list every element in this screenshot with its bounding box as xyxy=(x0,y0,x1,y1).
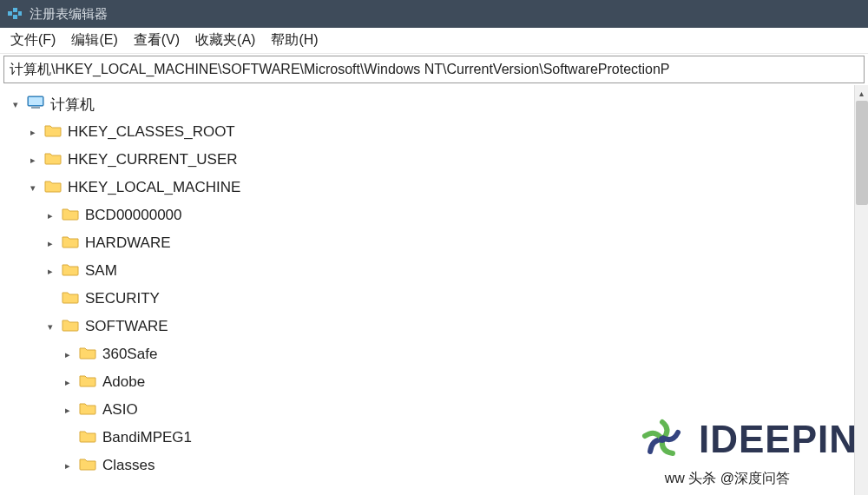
tree-label: BCD00000000 xyxy=(83,207,182,224)
address-bar[interactable]: 计算机\HKEY_LOCAL_MACHINE\SOFTWARE\Microsof… xyxy=(3,56,865,83)
folder-icon xyxy=(61,261,80,281)
folder-icon xyxy=(61,234,80,254)
chevron-right-icon[interactable]: ▸ xyxy=(43,236,57,250)
folder-icon xyxy=(43,122,62,142)
window-title: 注册表编辑器 xyxy=(30,6,108,23)
chevron-down-icon[interactable]: ▾ xyxy=(43,320,57,333)
svg-rect-1 xyxy=(13,8,17,12)
svg-rect-6 xyxy=(31,107,40,109)
tree-label: HKEY_CLASSES_ROOT xyxy=(66,123,235,141)
folder-icon xyxy=(78,373,97,393)
menu-file[interactable]: 文件(F) xyxy=(10,31,56,50)
chevron-right-icon[interactable]: ▸ xyxy=(26,125,40,139)
tree-item-bcd[interactable]: ▸ BCD00000000 xyxy=(9,201,858,229)
tree-label: HKEY_CURRENT_USER xyxy=(66,151,238,168)
tree-item-software[interactable]: ▾ SOFTWARE xyxy=(9,313,858,340)
tree-item-hklm[interactable]: ▾ HKEY_LOCAL_MACHINE xyxy=(9,174,858,201)
folder-icon xyxy=(43,178,62,198)
tree-item-sam[interactable]: ▸ SAM xyxy=(9,257,858,285)
tree-item-computer[interactable]: ▾ 计算机 xyxy=(9,90,858,118)
chevron-right-icon[interactable]: ▸ xyxy=(61,459,75,472)
folder-icon xyxy=(78,456,97,476)
chevron-right-icon[interactable]: ▸ xyxy=(61,347,75,361)
folder-icon xyxy=(78,345,97,365)
tree-item-hkcu[interactable]: ▸ HKEY_CURRENT_USER xyxy=(9,146,858,174)
folder-icon xyxy=(78,428,97,448)
tree-label: ASIO xyxy=(101,401,138,419)
scroll-thumb[interactable] xyxy=(856,101,868,205)
tree-label: HARDWARE xyxy=(83,234,171,252)
folder-icon xyxy=(61,289,80,309)
tree-item-bandimpeg1[interactable]: BandiMPEG1 xyxy=(9,424,858,452)
vertical-scrollbar[interactable]: ▴ xyxy=(854,85,868,495)
tree-label: SOFTWARE xyxy=(83,318,168,335)
tree-label: SECURITY xyxy=(83,290,160,307)
tree-label: SAM xyxy=(83,262,117,280)
menu-view[interactable]: 查看(V) xyxy=(134,31,180,50)
chevron-down-icon[interactable]: ▾ xyxy=(26,181,40,195)
svg-rect-2 xyxy=(13,15,17,19)
tree-label: HKEY_LOCAL_MACHINE xyxy=(66,179,240,196)
folder-icon xyxy=(61,206,80,226)
folder-icon xyxy=(78,400,97,420)
address-path: 计算机\HKEY_LOCAL_MACHINE\SOFTWARE\Microsof… xyxy=(10,61,670,79)
folder-icon xyxy=(61,317,80,337)
svg-rect-0 xyxy=(8,11,12,16)
chevron-right-icon[interactable]: ▸ xyxy=(61,375,75,389)
regedit-icon xyxy=(7,6,23,22)
computer-icon xyxy=(26,95,45,115)
chevron-right-icon[interactable]: ▸ xyxy=(26,153,40,167)
chevron-right-icon[interactable]: ▸ xyxy=(61,403,75,417)
tree-label: 计算机 xyxy=(49,95,95,115)
menu-help[interactable]: 帮助(H) xyxy=(271,31,318,50)
titlebar: 注册表编辑器 xyxy=(0,0,868,28)
chevron-right-icon[interactable]: ▸ xyxy=(43,264,57,278)
menu-edit[interactable]: 编辑(E) xyxy=(71,31,117,50)
tree-label: Adobe xyxy=(101,373,145,391)
tree-pane: ▾ 计算机 ▸ HKEY_CLASSES_ROOT ▸ HKEY_CURRENT… xyxy=(0,85,858,495)
scroll-up-icon[interactable]: ▴ xyxy=(855,85,868,101)
tree-item-classes[interactable]: ▸ Classes xyxy=(9,452,858,479)
menubar: 文件(F) 编辑(E) 查看(V) 收藏夹(A) 帮助(H) xyxy=(0,28,868,54)
tree-item-hkcr[interactable]: ▸ HKEY_CLASSES_ROOT xyxy=(9,118,858,146)
tree-label: 360Safe xyxy=(101,346,157,363)
menu-favorites[interactable]: 收藏夹(A) xyxy=(195,31,255,50)
chevron-down-icon[interactable]: ▾ xyxy=(9,97,23,111)
tree-label: BandiMPEG1 xyxy=(101,429,192,446)
tree-item-asio[interactable]: ▸ ASIO xyxy=(9,396,858,424)
tree-item-hardware[interactable]: ▸ HARDWARE xyxy=(9,229,858,257)
folder-icon xyxy=(43,150,62,170)
chevron-right-icon[interactable]: ▸ xyxy=(43,208,57,222)
svg-rect-5 xyxy=(29,97,43,105)
no-children-icon xyxy=(61,431,75,445)
tree-item-adobe[interactable]: ▸ Adobe xyxy=(9,368,858,396)
tree-item-security[interactable]: SECURITY xyxy=(9,285,858,313)
tree-label: Classes xyxy=(101,457,155,474)
svg-rect-3 xyxy=(18,11,22,16)
tree-item-360safe[interactable]: ▸ 360Safe xyxy=(9,340,858,368)
no-children-icon xyxy=(43,292,57,306)
